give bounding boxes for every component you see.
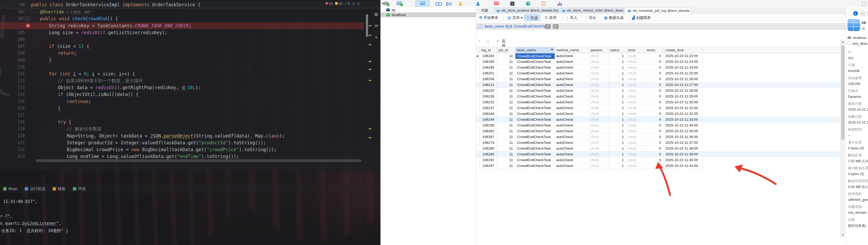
add-group-button[interactable]: ()₊ (553, 24, 559, 29)
cell-log_id[interactable]: 106226 (480, 94, 497, 99)
gutter[interactable]: 48 (0, 1, 31, 8)
gutter[interactable]: 115 (0, 98, 31, 105)
code-line[interactable]: 48public class OrderTaskServiceImpl impl… (0, 1, 380, 8)
cell-bean_name[interactable]: CrowdEndCheckTask (516, 157, 555, 163)
backup-icon[interactable]: s (510, 1, 515, 6)
implementing-method-icon[interactable]: ↑ (26, 17, 30, 21)
cell-job_id[interactable]: 11 (497, 99, 516, 105)
cell-status[interactable]: 1 (609, 99, 626, 105)
code-line[interactable]: 117 (0, 112, 380, 119)
cell-error[interactable]: (Null) (626, 146, 645, 151)
code-line[interactable]: 103↑public void checkCrowdEnd() { (0, 15, 380, 22)
cell-job_id[interactable]: 11 (497, 76, 516, 82)
cell-bean_name[interactable]: CrowdEndCheckTask (516, 82, 555, 88)
cell-bean_name[interactable]: CrowdEndCheckTask (516, 111, 555, 117)
table-row[interactable]: 10628511CrowdEndCheckTaskautoCheck(Null)… (476, 151, 840, 157)
notifications-icon[interactable]: ▦ (372, 11, 380, 17)
gutter[interactable]: 110 (0, 64, 31, 70)
user-icon[interactable] (459, 1, 462, 5)
column-header-method_name[interactable]: method_name (555, 47, 589, 53)
cell-log_id[interactable]: 106285 (480, 151, 497, 157)
cell-method_name[interactable]: autoCheck (555, 111, 589, 117)
filter-field[interactable]: bean_name (485, 24, 504, 28)
cell-job_id[interactable]: 11 (497, 123, 516, 128)
cell-create_time[interactable]: 2025-10-23 11:31:00 (664, 105, 703, 111)
gutter[interactable]: 105 (0, 29, 31, 36)
cell-method_name[interactable]: autoCheck (555, 134, 589, 140)
action-创建图表[interactable]: ▟创建图表 (630, 14, 653, 21)
cell-times[interactable]: 0 (645, 70, 664, 76)
cell-create_time[interactable]: 2025-10-23 11:32:00 (664, 111, 703, 117)
debugger-tab-映射[interactable]: 映射 (53, 186, 65, 191)
gutter[interactable]: 119 (0, 125, 31, 132)
cell-status[interactable]: 1 (609, 123, 626, 128)
cell-status[interactable]: 1 (609, 88, 626, 94)
add-condition-button[interactable]: + (545, 24, 551, 29)
cell-times[interactable]: 0 (645, 53, 664, 59)
cell-log_id[interactable]: 106213 (480, 82, 497, 88)
prev-problem-chevron-icon[interactable]: ∧ (352, 1, 355, 5)
code-line[interactable]: 121Integer productId = Integer.valueOf(t… (0, 139, 380, 146)
cell-method_name[interactable]: autoCheck (555, 53, 589, 59)
gutter[interactable]: 122 (0, 146, 31, 153)
grid-scrollbar-thumb[interactable] (841, 45, 845, 140)
cell-times[interactable]: 0 (645, 151, 664, 157)
cell-times[interactable]: 0 (645, 157, 664, 163)
table-row[interactable]: 10624411CrowdEndCheckTaskautoCheck(Null)… (476, 111, 840, 117)
cell-error[interactable]: (Null) (626, 53, 645, 59)
cell-job_id[interactable]: 11 (497, 134, 516, 140)
tree-item-lgr[interactable]: lgr (381, 7, 476, 12)
cell-bean_name[interactable]: CrowdEndCheckTask (516, 65, 555, 70)
cell-params[interactable]: (Null) (589, 65, 609, 70)
apply-check-icon[interactable]: ✓ (497, 39, 500, 43)
gutter[interactable]: 109 (0, 57, 31, 64)
cell-method_name[interactable]: autoCheck (555, 99, 589, 105)
cell-job_id[interactable]: 11 (497, 140, 516, 146)
table-row[interactable]: ▶10618311CrowdEndCheckTaskautoCheck(Null… (476, 53, 840, 59)
cell-create_time[interactable]: 2025-10-23 11:33:00 (664, 117, 703, 123)
table-icon[interactable] (420, 1, 425, 5)
cell-times[interactable]: 0 (645, 59, 664, 65)
cell-method_name[interactable]: autoCheck (555, 157, 589, 163)
cell-create_time[interactable]: 2025-10-23 11:38:00 (664, 146, 703, 151)
cell-times[interactable]: 0 (645, 82, 664, 88)
code-line[interactable]: 112// 如果10秒钟拿不到一个数据，退出循环 (0, 77, 380, 84)
cell-create_time[interactable]: 2025-10-23 11:24:00 (664, 65, 703, 70)
view-icon[interactable] (435, 1, 442, 5)
code-line[interactable]: 113Object data = redisUtil.getRightPop(r… (0, 84, 380, 91)
cell-method_name[interactable]: autoCheck (555, 70, 589, 76)
cell-error[interactable]: (Null) (626, 134, 645, 140)
gutter[interactable]: 112 (0, 77, 31, 84)
info-icon[interactable]: i (853, 11, 858, 16)
code-line[interactable]: 118try { (0, 119, 380, 125)
action-数据生成[interactable]: ▦数据生成 (602, 14, 625, 21)
connection-tree[interactable]: lgr›localhost (381, 7, 476, 245)
cell-error[interactable]: (Null) (626, 82, 645, 88)
column-header-job_id[interactable]: job_id (497, 47, 516, 53)
cell-params[interactable]: (Null) (589, 88, 609, 94)
cell-log_id[interactable]: 106201 (480, 70, 497, 76)
cell-error[interactable]: (Null) (626, 105, 645, 111)
code-line[interactable]: 116} (0, 105, 380, 112)
cell-times[interactable]: 0 (645, 117, 664, 123)
code-line[interactable]: 107if (size < 1) { (0, 43, 380, 50)
cell-job_id[interactable]: 11 (497, 157, 516, 163)
cell-times[interactable]: 0 (645, 76, 664, 82)
cell-status[interactable]: 1 (609, 157, 626, 163)
cell-params[interactable]: (Null) (589, 76, 609, 82)
gutter[interactable]: 121 (0, 139, 31, 146)
tab-对象[interactable]: 对象 (479, 7, 491, 14)
cell-create_time[interactable]: 2025-10-23 11:25:00 (664, 70, 703, 76)
debugger-tab-环境[interactable]: 环境 (73, 186, 86, 191)
code-line[interactable]: 108return; (0, 50, 380, 57)
code-line[interactable]: 102@Override 1 个用法 Wjl * (0, 8, 380, 15)
cell-create_time[interactable]: 2025-10-23 11:27:00 (664, 82, 703, 88)
cell-method_name[interactable]: autoCheck (555, 128, 589, 134)
debugger-tab-运行状况[interactable]: 运行状况 (25, 186, 45, 191)
cell-create_time[interactable]: 2025-10-23 11:40:00 (664, 157, 703, 163)
cell-bean_name[interactable]: CrowdEndCheckTask (516, 94, 555, 99)
gutter[interactable]: 102 (0, 8, 31, 15)
code-line[interactable]: 122BigDecimal crowdPrice = new BigDecima… (0, 146, 380, 153)
warning-stripe-mark[interactable] (369, 35, 371, 36)
action-排序[interactable]: ⇅排序 (543, 14, 558, 21)
